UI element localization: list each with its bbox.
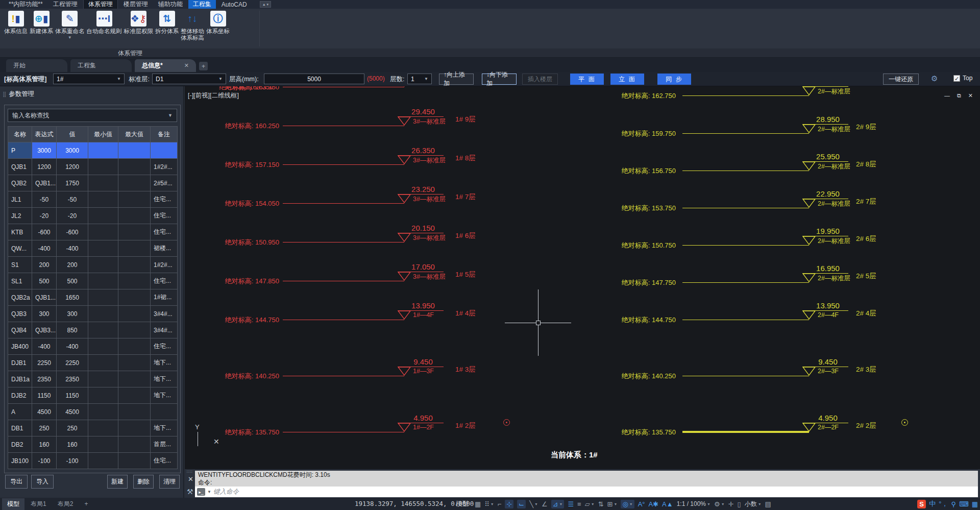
ime-language-icon[interactable]: 中 bbox=[929, 499, 936, 508]
annotation-scale-label[interactable]: 1:1 / 100%▼ bbox=[677, 500, 710, 507]
move-system-elevation-button[interactable]: ↑↓整体移动体系标高 bbox=[181, 11, 204, 41]
export-button[interactable]: 导出 bbox=[5, 475, 28, 489]
lineweight-icon[interactable]: ≡ bbox=[577, 500, 581, 508]
add-down-button[interactable]: ↓向下添加 bbox=[482, 74, 517, 85]
viewport-controls-label[interactable]: [-][前视][二维线框] bbox=[188, 91, 239, 100]
table-row[interactable]: QJB4QJB3...8503#4#... bbox=[8, 322, 178, 338]
object-snap-tracking-icon[interactable]: ⊿▼ bbox=[551, 500, 565, 508]
units-ruler-icon[interactable]: ▯ bbox=[737, 500, 741, 508]
keyboard-icon[interactable]: ⌨ bbox=[959, 500, 969, 508]
new-system-button[interactable]: ⊕▮新建体系 bbox=[30, 11, 53, 35]
table-row[interactable]: DJB211501150地下... bbox=[8, 387, 178, 404]
layout-tab-布局2[interactable]: 布局2 bbox=[53, 498, 79, 510]
close-icon[interactable]: ✕ bbox=[968, 92, 973, 99]
split-system-button[interactable]: ⇅拆分体系 bbox=[155, 11, 179, 35]
units-label[interactable]: 小数▼ bbox=[745, 500, 762, 508]
annotation-autoscale-icon[interactable]: A✱ bbox=[649, 500, 659, 508]
menu-item-楼层管理[interactable]: 楼层管理 bbox=[119, 0, 153, 9]
table-row[interactable]: QJB33003003#4#... bbox=[8, 306, 178, 322]
table-row[interactable]: SL1500500住宅... bbox=[8, 273, 178, 289]
std-layer-select[interactable]: D1▼ bbox=[152, 74, 226, 84]
doc-tab-开始[interactable]: 开始 bbox=[6, 59, 67, 72]
doc-tab-总信息[interactable]: 总信息*✕ bbox=[135, 59, 196, 72]
selection-cycling-icon[interactable]: ⇅ bbox=[598, 500, 604, 508]
column-header[interactable]: 表达式 bbox=[32, 127, 57, 142]
table-row[interactable]: JB100-100-100住宅... bbox=[8, 453, 178, 469]
table-row[interactable]: DJB122502250地下... bbox=[8, 355, 178, 371]
table-row[interactable]: JB400-400-400住宅... bbox=[8, 338, 178, 355]
settings-gear-icon[interactable]: ⚙▼ bbox=[714, 500, 725, 508]
close-icon[interactable]: ✕ bbox=[188, 475, 193, 483]
object-snap-icon[interactable]: ☰ bbox=[568, 500, 574, 508]
infer-constraints-icon[interactable]: ⌐ bbox=[498, 500, 502, 508]
isodraft-icon[interactable]: ∠ bbox=[542, 500, 548, 508]
system-coordinates-button[interactable]: ⓘ体系坐标 bbox=[206, 11, 230, 35]
gear-icon[interactable]: ⚙ bbox=[931, 74, 938, 83]
table-row[interactable]: A45004500 bbox=[8, 404, 178, 420]
3d-object-snap-icon[interactable]: ⊞▼ bbox=[607, 500, 618, 508]
menu-item-辅助功能[interactable]: 辅助功能 bbox=[154, 0, 187, 9]
system-info-button[interactable]: !▮体系信息 bbox=[4, 11, 28, 35]
table-row[interactable]: DJB1a23502350地下... bbox=[8, 371, 178, 387]
gizmo-icon[interactable]: ◎▼ bbox=[621, 500, 634, 508]
new-tab-button[interactable]: + bbox=[199, 62, 208, 70]
floor-height-input[interactable]: 5000 bbox=[264, 74, 364, 84]
chevron-down-icon[interactable]: ▼ bbox=[68, 35, 72, 40]
minimize-icon[interactable]: — bbox=[944, 92, 950, 99]
menu-item-内部功能[interactable]: **内部功能** bbox=[4, 0, 47, 9]
table-row[interactable]: KTB-600-600住宅... bbox=[8, 224, 178, 240]
table-row[interactable]: DB2160160首层... bbox=[8, 436, 178, 453]
menu-item-AutoCAD[interactable]: AutoCAD bbox=[217, 1, 252, 9]
column-header[interactable]: 备注 bbox=[151, 127, 178, 142]
menu-item-工程管理[interactable]: 工程管理 bbox=[48, 0, 82, 9]
crosshair-toggle-icon[interactable]: ✛ bbox=[728, 500, 734, 508]
restore-icon[interactable]: ⧉ bbox=[957, 92, 961, 99]
param-search-combobox[interactable]: 输入名称查找 ▼ bbox=[8, 109, 177, 122]
polar-tracking-icon[interactable]: ╲▼ bbox=[529, 500, 538, 508]
dynamic-input-icon[interactable]: ⊹ bbox=[505, 500, 513, 508]
import-button[interactable]: 导入 bbox=[31, 475, 54, 489]
table-row[interactable]: QJB1120012001#2#... bbox=[8, 159, 178, 175]
menu-overflow-button[interactable]: ▲ ▾ bbox=[260, 1, 271, 8]
elevation-view-button[interactable]: 立 面 bbox=[610, 74, 644, 85]
wrench-icon[interactable]: ⚒ bbox=[187, 488, 193, 496]
table-row[interactable]: S12002001#2#... bbox=[8, 257, 178, 273]
clean-button[interactable]: 清理 bbox=[159, 475, 180, 489]
table-row[interactable]: QW...-400-400裙楼... bbox=[8, 240, 178, 257]
layout-tab-布局1[interactable]: 布局1 bbox=[26, 498, 52, 510]
grid-icon[interactable]: ▦ bbox=[475, 500, 481, 508]
add-up-button[interactable]: ↑向上添加 bbox=[439, 74, 474, 85]
command-input[interactable]: ▸_ ▼ 键入命令 bbox=[195, 487, 978, 497]
close-icon[interactable]: ✕ bbox=[171, 62, 189, 69]
annotation-scale-icon[interactable]: A▲ bbox=[662, 500, 673, 508]
menu-item-工程集[interactable]: 工程集 bbox=[188, 0, 216, 9]
column-header[interactable]: 最小值 bbox=[88, 127, 118, 142]
floor-count-select[interactable]: 1▼ bbox=[407, 74, 432, 84]
table-row[interactable]: DB1250250地下... bbox=[8, 420, 178, 436]
table-row[interactable]: JL2-20-20住宅... bbox=[8, 208, 178, 224]
ime-toolbox-icon[interactable]: ▦ bbox=[972, 500, 978, 508]
layout-tab-+[interactable]: + bbox=[79, 499, 93, 509]
table-row[interactable]: P30003000 bbox=[8, 142, 178, 159]
table-row[interactable]: QJB2aQJB1...16501#裙... bbox=[8, 289, 178, 306]
drag-handle-icon[interactable]: ∷∷ bbox=[187, 470, 193, 474]
annotation-visibility-icon[interactable]: A° bbox=[638, 500, 645, 508]
column-header[interactable]: 值 bbox=[57, 127, 88, 142]
sync-button[interactable]: 同 步 bbox=[657, 74, 691, 85]
clean-screen-icon[interactable]: ▤ bbox=[765, 500, 771, 508]
layout-tab-模型[interactable]: 模型 bbox=[2, 498, 24, 510]
table-row[interactable]: QJB2QJB1...17502#5#... bbox=[8, 175, 178, 191]
ime-punctuation-icon[interactable]: °， bbox=[939, 499, 948, 508]
model-space-label[interactable]: 模型 bbox=[456, 500, 469, 508]
delete-button[interactable]: 删除 bbox=[133, 475, 154, 489]
column-header[interactable]: 名称 bbox=[8, 127, 32, 142]
drag-handle-icon[interactable]: ⣿ bbox=[3, 91, 6, 97]
top-view-checkbox[interactable]: ✓ Top bbox=[953, 75, 972, 82]
doc-tab-工程集[interactable]: 工程集 bbox=[70, 59, 132, 72]
plan-view-button[interactable]: 平 面 bbox=[570, 74, 604, 85]
snap-mode-icon[interactable]: ⠿▼ bbox=[484, 500, 494, 508]
transparency-icon[interactable]: ▱▼ bbox=[585, 500, 595, 508]
standard-layer-permission-button[interactable]: ❖⚷标准层权限 bbox=[124, 11, 154, 35]
one-key-restore-button[interactable]: 一键还原 bbox=[883, 74, 919, 85]
drawing-canvas[interactable]: [-][前视][二维线框] —⧉✕ 绝对标高: 163.350 绝对标高: 16… bbox=[185, 86, 980, 469]
